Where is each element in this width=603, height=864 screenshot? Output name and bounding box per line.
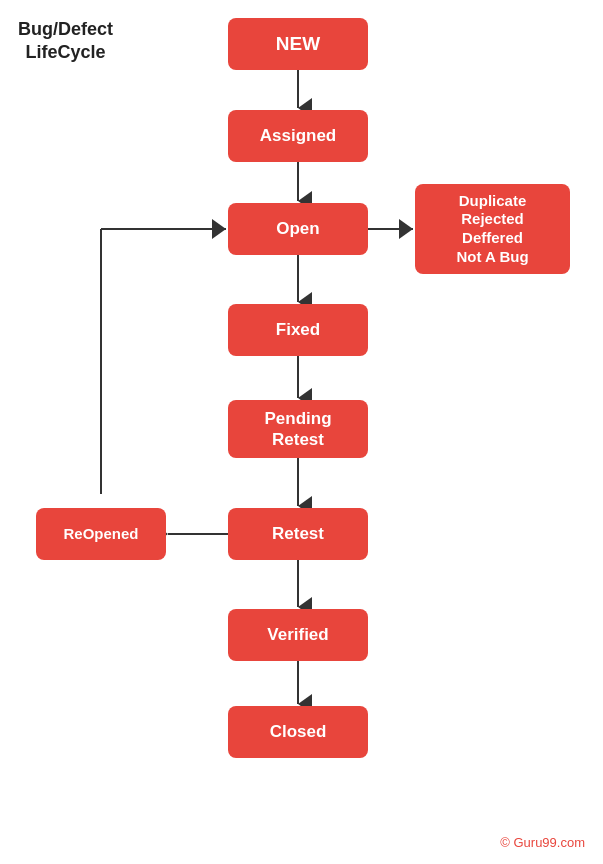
node-duplicate: DuplicateRejectedDefferedNot A Bug <box>415 184 570 274</box>
node-fixed: Fixed <box>228 304 368 356</box>
node-open: Open <box>228 203 368 255</box>
node-reopened: ReOpened <box>36 508 166 560</box>
node-closed: Closed <box>228 706 368 758</box>
node-pending-retest: PendingRetest <box>228 400 368 458</box>
node-retest: Retest <box>228 508 368 560</box>
diagram-title: Bug/DefectLifeCycle <box>18 18 113 65</box>
node-new: NEW <box>228 18 368 70</box>
node-verified: Verified <box>228 609 368 661</box>
copyright: © Guru99.com <box>500 835 585 850</box>
node-assigned: Assigned <box>228 110 368 162</box>
diagram-container: Bug/DefectLifeCycle <box>0 0 603 864</box>
